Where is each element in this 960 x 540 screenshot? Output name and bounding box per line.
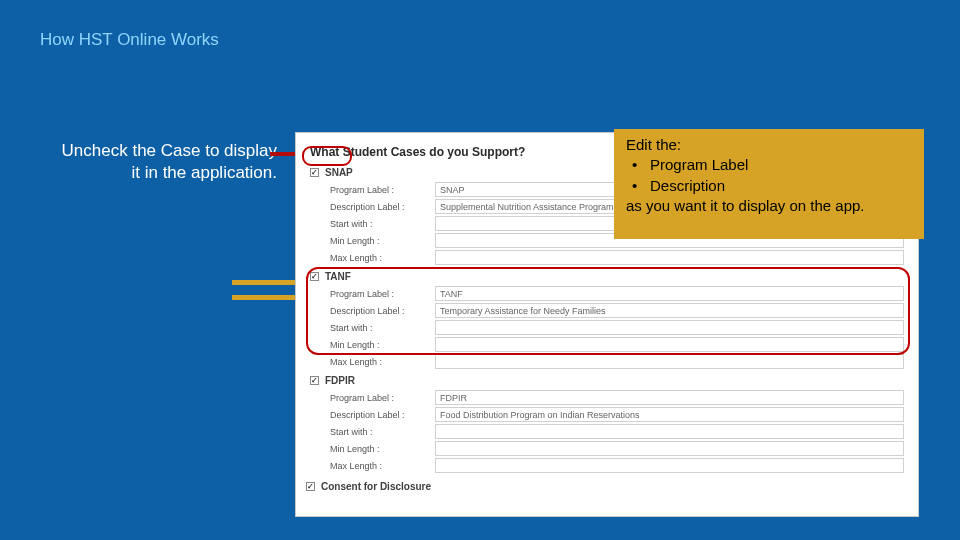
gold-bullet-1-text: Program Label — [650, 155, 748, 175]
input-snap-max-length[interactable] — [435, 250, 904, 265]
label: Min Length : — [330, 444, 435, 454]
row-tanf-program-label: Program Label : TANF — [314, 286, 904, 301]
input-fdpir-max-length[interactable] — [435, 458, 904, 473]
input-fdpir-description-label[interactable]: Food Distribution Program on Indian Rese… — [435, 407, 904, 422]
input-tanf-program-label[interactable]: TANF — [435, 286, 904, 301]
input-tanf-description-label[interactable]: Temporary Assistance for Needy Families — [435, 303, 904, 318]
row-fdpir-min-length: Min Length : — [314, 441, 904, 456]
left-callout: Uncheck the Case to display it in the ap… — [52, 140, 277, 184]
input-fdpir-min-length[interactable] — [435, 441, 904, 456]
section-head-consent: ✓ Consent for Disclosure — [306, 481, 904, 492]
checkbox-snap[interactable]: ✓ — [310, 168, 319, 177]
input-tanf-max-length[interactable] — [435, 354, 904, 369]
label: Max Length : — [330, 253, 435, 263]
section-name-tanf: TANF — [325, 271, 351, 282]
row-fdpir-start-with: Start with : — [314, 424, 904, 439]
label: Description Label : — [330, 202, 435, 212]
slide-title: How HST Online Works — [40, 30, 219, 50]
label: Description Label : — [330, 306, 435, 316]
section-fdpir: ✓ FDPIR Program Label : FDPIR Descriptio… — [310, 375, 904, 473]
label: Max Length : — [330, 357, 435, 367]
gold-callout: Edit the: • Program Label • Description … — [614, 129, 924, 239]
section-head-tanf: ✓ TANF — [310, 271, 904, 282]
row-fdpir-program-label: Program Label : FDPIR — [314, 390, 904, 405]
gold-bullet-2: • Description — [626, 176, 914, 196]
input-fdpir-program-label[interactable]: FDPIR — [435, 390, 904, 405]
section-name-fdpir: FDPIR — [325, 375, 355, 386]
section-head-fdpir: ✓ FDPIR — [310, 375, 904, 386]
gold-line1: Edit the: — [626, 135, 914, 155]
row-fdpir-max-length: Max Length : — [314, 458, 904, 473]
gold-line4: as you want it to display on the app. — [626, 196, 914, 216]
section-name-snap: SNAP — [325, 167, 353, 178]
checkbox-consent[interactable]: ✓ — [306, 482, 315, 491]
bullet-icon: • — [632, 155, 640, 175]
checkbox-tanf[interactable]: ✓ — [310, 272, 319, 281]
row-snap-max-length: Max Length : — [314, 250, 904, 265]
gold-bullet-2-text: Description — [650, 176, 725, 196]
input-fdpir-start-with[interactable] — [435, 424, 904, 439]
row-tanf-min-length: Min Length : — [314, 337, 904, 352]
row-tanf-description-label: Description Label : Temporary Assistance… — [314, 303, 904, 318]
input-tanf-min-length[interactable] — [435, 337, 904, 352]
row-tanf-max-length: Max Length : — [314, 354, 904, 369]
label: Start with : — [330, 219, 435, 229]
consent-label: Consent for Disclosure — [321, 481, 431, 492]
gold-bullet-1: • Program Label — [626, 155, 914, 175]
label: Program Label : — [330, 393, 435, 403]
label: Max Length : — [330, 461, 435, 471]
left-callout-line1: Uncheck the Case to display — [52, 140, 277, 162]
left-callout-line2: it in the application. — [52, 162, 277, 184]
row-fdpir-description-label: Description Label : Food Distribution Pr… — [314, 407, 904, 422]
section-tanf: ✓ TANF Program Label : TANF Description … — [310, 271, 904, 369]
label: Program Label : — [330, 185, 435, 195]
bullet-icon: • — [632, 176, 640, 196]
row-tanf-start-with: Start with : — [314, 320, 904, 335]
label: Min Length : — [330, 340, 435, 350]
label: Start with : — [330, 427, 435, 437]
label: Min Length : — [330, 236, 435, 246]
input-tanf-start-with[interactable] — [435, 320, 904, 335]
checkbox-fdpir[interactable]: ✓ — [310, 376, 319, 385]
label: Program Label : — [330, 289, 435, 299]
label: Description Label : — [330, 410, 435, 420]
label: Start with : — [330, 323, 435, 333]
